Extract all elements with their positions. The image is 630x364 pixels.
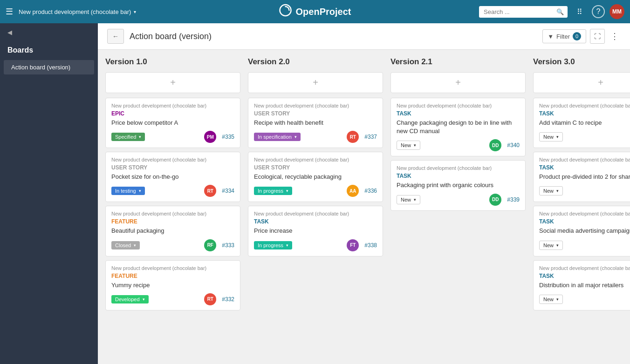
app-logo: OpenProject xyxy=(279,4,351,20)
status-caret-icon: ▾ xyxy=(414,197,416,202)
column-title-v2: Version 2.0 xyxy=(248,57,383,67)
card-type: TASK xyxy=(539,273,630,279)
card-avatar: PM xyxy=(204,131,216,143)
status-caret-icon: ▾ xyxy=(556,297,559,302)
column-v21: Version 2.1+ New product development (ch… xyxy=(390,57,526,215)
add-card-button-v3[interactable]: + xyxy=(533,72,630,93)
status-badge[interactable]: Developed ▾ xyxy=(111,295,149,303)
sidebar-item-action-board[interactable]: Action board (version) xyxy=(4,60,94,74)
card-project: New product development (chocolate bar) xyxy=(254,103,377,108)
more-icon: ⋮ xyxy=(610,32,619,41)
add-card-button-v2[interactable]: + xyxy=(248,72,383,93)
modules-button[interactable]: ⠿ xyxy=(572,4,587,19)
help-button[interactable]: ? xyxy=(592,5,605,18)
card-number: #339 xyxy=(507,196,520,203)
back-arrow-icon: ◀ xyxy=(7,29,12,36)
status-badge[interactable]: In testing ▾ xyxy=(111,187,145,195)
card-avatar: RT xyxy=(204,293,216,305)
status-badge[interactable]: In progress ▾ xyxy=(254,241,292,249)
expand-button[interactable]: ⛶ xyxy=(590,29,605,44)
card-number: #337 xyxy=(364,134,377,140)
card: New product development (chocolate bar) … xyxy=(390,160,526,210)
card-title: Price below competitor A xyxy=(111,119,234,127)
sidebar: ◀ Boards Action board (version) xyxy=(0,23,98,364)
card-footer: In specification ▾ RT #337 xyxy=(254,131,377,143)
card-project: New product development (chocolate bar) xyxy=(111,211,234,216)
card-project: New product development (chocolate bar) xyxy=(539,265,630,271)
card-title: Change packaging design to be in line wi… xyxy=(397,119,520,135)
filter-button[interactable]: ▼ Filter 0 xyxy=(542,29,586,43)
column-title-v21: Version 2.1 xyxy=(390,57,526,67)
card-type: TASK xyxy=(397,173,520,179)
sidebar-back-button[interactable]: ◀ xyxy=(0,23,98,41)
column-title-v1: Version 1.0 xyxy=(105,57,240,67)
card-footer: In progress ▾ FT #338 xyxy=(254,239,377,251)
status-badge[interactable]: Closed ▾ xyxy=(111,241,140,249)
column-v1: Version 1.0+ New product development (ch… xyxy=(105,57,240,314)
card-number: #338 xyxy=(364,242,377,249)
status-caret-icon: ▾ xyxy=(286,243,288,248)
add-card-button-v21[interactable]: + xyxy=(390,72,526,93)
status-caret-icon: ▾ xyxy=(556,243,559,248)
card-avatar: RT xyxy=(347,131,359,143)
search-input[interactable] xyxy=(484,8,554,15)
card-avatar: RT xyxy=(204,185,216,197)
status-badge[interactable]: New ▾ xyxy=(539,241,563,250)
card-title: Social media advertising campaign xyxy=(539,227,630,235)
card-avatar: DD xyxy=(489,194,501,206)
card-title: Packaging print with organic colours xyxy=(397,181,520,189)
expand-icon: ⛶ xyxy=(594,33,601,40)
card: New product development (chocolate bar) … xyxy=(248,206,383,256)
avatar[interactable]: MM xyxy=(609,4,624,19)
card-footer: New ▾ DD #340 xyxy=(397,139,520,151)
card-project: New product development (chocolate bar) xyxy=(539,211,630,216)
board-columns: Version 1.0+ New product development (ch… xyxy=(98,50,630,364)
status-caret-icon: ▾ xyxy=(286,189,288,193)
status-badge[interactable]: In specification ▾ xyxy=(254,133,301,141)
status-badge[interactable]: Specified ▾ xyxy=(111,133,145,141)
card-project: New product development (chocolate bar) xyxy=(254,157,377,162)
card-footer: Closed ▾ RF #333 xyxy=(111,239,234,251)
card-type: TASK xyxy=(539,110,630,117)
card: New product development (chocolate bar) … xyxy=(533,98,630,148)
column-title-v3: Version 3.0 xyxy=(533,57,630,67)
status-badge[interactable]: New ▾ xyxy=(539,295,563,304)
top-nav: ☰ New product development (chocolate bar… xyxy=(0,0,630,23)
card-footer: Developed ▾ RT #332 xyxy=(111,293,234,305)
card-title: Ecological, recyclable packaging xyxy=(254,173,377,181)
add-card-button-v1[interactable]: + xyxy=(105,72,240,93)
search-box[interactable]: 🔍 xyxy=(479,6,568,18)
status-caret-icon: ▾ xyxy=(294,135,297,139)
board-back-button[interactable]: ← xyxy=(107,29,124,44)
project-title[interactable]: New product development (chocolate bar) … xyxy=(19,8,136,15)
status-caret-icon: ▾ xyxy=(556,189,559,193)
status-badge[interactable]: New ▾ xyxy=(397,195,420,204)
main-content: ← Action board (version) ▼ Filter 0 ⛶ ⋮ … xyxy=(98,23,630,364)
sidebar-section-title: Boards xyxy=(0,41,98,59)
more-options-button[interactable]: ⋮ xyxy=(609,31,621,41)
card-footer: New ▾ AA #342 xyxy=(539,239,630,251)
card-type: USER STORY xyxy=(254,110,377,117)
card-type: TASK xyxy=(539,218,630,225)
card-footer: Specified ▾ PM #335 xyxy=(111,131,234,143)
card-footer: In progress ▾ AA #336 xyxy=(254,185,377,197)
card-type: TASK xyxy=(397,110,520,117)
logo-icon xyxy=(279,4,292,20)
card-type: TASK xyxy=(539,164,630,171)
card-project: New product development (chocolate bar) xyxy=(397,165,520,171)
status-badge[interactable]: New ▾ xyxy=(539,132,563,142)
card-number: #340 xyxy=(507,142,520,148)
status-badge[interactable]: New ▾ xyxy=(397,141,420,150)
status-badge[interactable]: New ▾ xyxy=(539,186,563,195)
card-number: #336 xyxy=(364,188,377,194)
card-title: Pocket size for on-the-go xyxy=(111,173,234,181)
card-project: New product development (chocolate bar) xyxy=(539,103,630,108)
card-title: Yummy recipe xyxy=(111,281,234,290)
card-number: #334 xyxy=(222,188,234,194)
hamburger-icon[interactable]: ☰ xyxy=(6,7,13,17)
card: New product development (chocolate bar) … xyxy=(105,206,240,256)
card-avatar: FT xyxy=(347,239,359,251)
status-badge[interactable]: In progress ▾ xyxy=(254,187,292,195)
card-title: Recipe with health benefit xyxy=(254,119,377,127)
app-body: ◀ Boards Action board (version) ← Action… xyxy=(0,23,630,364)
